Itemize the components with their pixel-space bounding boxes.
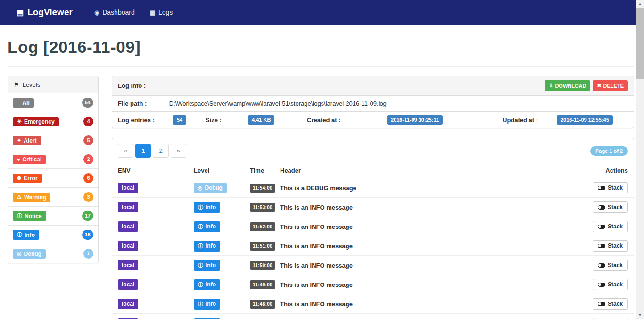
log-row-11-49-00: local ⓘ Info 11:49:00 This is an INFO me… xyxy=(112,275,634,294)
level-pill: ◎ Debug xyxy=(13,249,46,259)
level-badge: ⓘ Info xyxy=(194,241,220,252)
log-row-11-53-00: local ⓘ Info 11:53:00 This is an INFO me… xyxy=(112,198,634,217)
level-label: Info xyxy=(25,232,35,238)
brand-logviewer[interactable]: ▤ LogViewer xyxy=(17,7,73,17)
nav-item-logs[interactable]: ▦ Logs xyxy=(142,0,181,25)
log-row-11-50-00: local ⓘ Info 11:50:00 This is an INFO me… xyxy=(112,256,634,275)
level-badge-label: Info xyxy=(206,223,216,230)
time-badge: 11:50:00 xyxy=(250,261,275,270)
level-label: Critical xyxy=(23,156,42,163)
level-label: All xyxy=(22,100,29,106)
nav-item-label: Logs xyxy=(158,8,173,16)
level-pill: ⊗ Error xyxy=(13,174,42,183)
warning-triangle-icon: ⚠ xyxy=(17,194,22,200)
log-row-11-54-00: local ◎ Debug 11:54:00 This is a DEBUG m… xyxy=(112,178,634,198)
stack-button[interactable]: Stack xyxy=(593,221,628,232)
level-badge: ⓘ Info xyxy=(194,221,220,232)
level-badge-label: Info xyxy=(206,243,216,249)
time-badge: 11:53:00 xyxy=(250,203,275,212)
col-header-env: ENV xyxy=(118,167,194,174)
nav-items: ◉ Dashboard ▦ Logs xyxy=(87,0,181,25)
stack-button[interactable]: Stack xyxy=(593,201,628,213)
col-header-level: Level xyxy=(194,167,250,174)
info-circle-icon: ⓘ xyxy=(198,281,203,288)
stack-button[interactable]: Stack xyxy=(593,182,628,193)
page-1-button[interactable]: 1 xyxy=(135,144,151,158)
stack-button-label: Stack xyxy=(608,243,623,249)
level-badge-label: Info xyxy=(206,281,216,288)
next-page-button[interactable]: » xyxy=(171,144,186,158)
scroll-down-arrow-icon[interactable]: ▼ xyxy=(636,311,644,319)
main-content: Log info : ⇩ DOWNLOAD ✖ DELETE File path… xyxy=(112,76,634,319)
levels-panel: ⚑ Levels ≡ All 54 ☣ xyxy=(8,76,99,263)
vertical-scrollbar[interactable]: ▲ ▼ xyxy=(636,0,644,319)
download-button[interactable]: ⇩ DOWNLOAD xyxy=(545,80,590,91)
scrollbar-thumb[interactable] xyxy=(636,8,644,79)
level-label: Debug xyxy=(24,251,41,257)
toggle-icon xyxy=(598,225,605,229)
page-2-button[interactable]: 2 xyxy=(153,144,168,158)
toggle-icon xyxy=(598,205,605,210)
sidebar-item-notice[interactable]: ⓘ Notice 17 xyxy=(8,207,98,226)
sidebar-item-info[interactable]: ⓘ Info 16 xyxy=(8,226,98,244)
heartbeat-icon: ♥ xyxy=(17,157,20,162)
time-badge: 11:49:00 xyxy=(250,280,275,289)
env-badge: local xyxy=(118,221,138,232)
log-row-11-52-00: local ⓘ Info 11:52:00 This is an INFO me… xyxy=(112,217,634,236)
stack-button[interactable]: Stack xyxy=(593,298,628,310)
level-count-badge: 4 xyxy=(83,117,93,126)
delete-button[interactable]: ✖ DELETE xyxy=(593,80,628,91)
sidebar-item-all[interactable]: ≡ All 54 xyxy=(8,93,98,112)
info-circle-icon: ⓘ xyxy=(198,262,203,269)
level-count-badge: 16 xyxy=(82,230,93,240)
time-badge: 11:51:00 xyxy=(250,242,275,251)
stack-button[interactable]: Stack xyxy=(593,260,628,271)
col-header-time: Time xyxy=(250,167,280,174)
log-message: This is an INFO message xyxy=(280,204,586,211)
size-label: Size : xyxy=(206,117,248,124)
logs-icon: ▦ xyxy=(150,9,156,16)
scroll-up-arrow-icon[interactable]: ▲ xyxy=(636,0,644,8)
log-meta-row: Log entries : 54 Size : 4.41 KB Created … xyxy=(112,111,634,128)
sidebar-item-error[interactable]: ⊗ Error 6 xyxy=(8,169,98,188)
level-label: Warning xyxy=(24,194,47,201)
sidebar-item-critical[interactable]: ♥ Critical 2 xyxy=(8,150,98,169)
file-path-value: D:\Workspace\Server\wamp\www\laravel-51\… xyxy=(169,100,387,107)
stack-button-label: Stack xyxy=(608,281,623,288)
file-path-label: File path : xyxy=(118,100,167,107)
stack-button-label: Stack xyxy=(608,185,623,191)
flag-icon: ⚑ xyxy=(14,81,19,88)
log-row-11-47-00: local ⓘ Info 11:47:00 This is an INFO me… xyxy=(112,314,634,319)
dashboard-icon: ◉ xyxy=(94,9,99,16)
env-badge: local xyxy=(118,202,138,212)
stack-button-label: Stack xyxy=(608,301,623,307)
bug-icon: ☣ xyxy=(17,118,22,125)
title-divider xyxy=(8,66,634,67)
navbar: ▤ LogViewer ◉ Dashboard ▦ Logs xyxy=(0,0,636,25)
created-at-label: Created at : xyxy=(307,117,387,124)
nav-item-dashboard[interactable]: ◉ Dashboard xyxy=(87,0,142,25)
sidebar-item-debug[interactable]: ◎ Debug 1 xyxy=(8,244,98,263)
toggle-icon xyxy=(598,244,605,248)
stack-button[interactable]: Stack xyxy=(593,279,628,290)
sidebar-item-alert[interactable]: ✦ Alert 5 xyxy=(8,131,98,150)
level-badge: ⓘ Info xyxy=(194,299,220,310)
time-badge: 11:48:00 xyxy=(250,300,275,309)
pagination: « 1 2 » xyxy=(118,144,186,158)
levels-list: ≡ All 54 ☣ Emergency 4 xyxy=(8,93,98,263)
stack-button-label: Stack xyxy=(608,204,623,210)
time-badge: 11:52:00 xyxy=(250,222,275,231)
level-label: Notice xyxy=(25,213,42,219)
created-at-badge: 2016-11-09 10:25:11 xyxy=(387,115,443,125)
env-badge: local xyxy=(118,279,138,290)
info-circle-icon: ⓘ xyxy=(17,231,22,238)
log-entries-panel: « 1 2 » Page 1 of 2 EN xyxy=(112,138,634,319)
stack-button[interactable]: Stack xyxy=(593,240,628,252)
toggle-icon xyxy=(598,263,605,268)
log-info-title: Log info : xyxy=(118,82,146,89)
trash-icon: ✖ xyxy=(597,83,601,89)
page-title: Log [2016-11-09] xyxy=(8,38,634,57)
nav-item-label: Dashboard xyxy=(102,8,135,16)
sidebar-item-warning[interactable]: ⚠ Warning 3 xyxy=(8,188,98,207)
sidebar-item-emergency[interactable]: ☣ Emergency 4 xyxy=(8,112,98,131)
